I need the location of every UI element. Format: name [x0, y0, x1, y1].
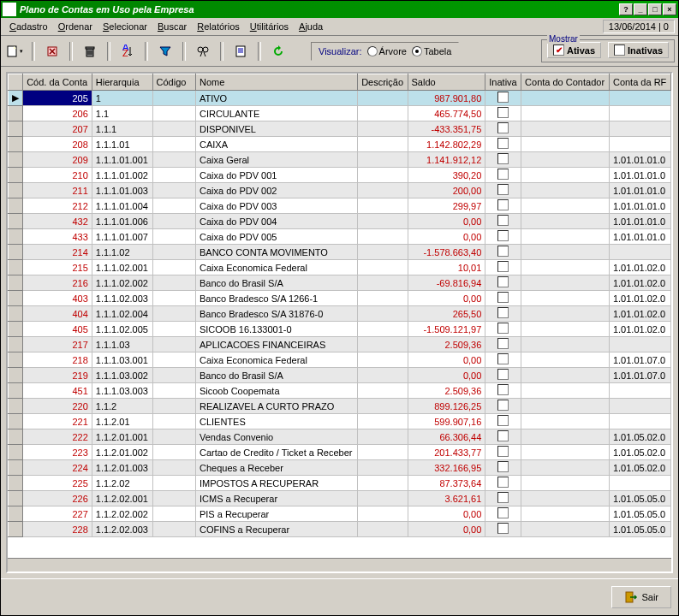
cell-rf[interactable]: 1.01.05.02.0 [609, 460, 670, 476]
row-handle[interactable] [9, 368, 23, 383]
row-handle[interactable] [9, 522, 23, 537]
row-handle[interactable] [9, 229, 23, 245]
delete-button[interactable] [42, 41, 63, 62]
cell-hier[interactable]: 1.1.1.03.003 [92, 383, 152, 399]
cell-saldo[interactable]: 87.373,64 [408, 476, 485, 491]
report-button[interactable] [230, 41, 251, 62]
row-handle[interactable] [9, 275, 23, 291]
help-button[interactable]: ? [619, 3, 633, 15]
cell-desc[interactable] [358, 291, 408, 306]
cell-saldo[interactable]: 0,00 [408, 291, 485, 306]
cell-codigo[interactable] [152, 337, 195, 352]
cell-hier[interactable]: 1.1.1.03.002 [92, 368, 152, 383]
cell-saldo[interactable]: 299,97 [408, 198, 485, 214]
table-row[interactable]: 4041.1.1.02.004Banco Bradesco S/A 31876-… [9, 306, 671, 322]
col-header[interactable]: Saldo [408, 74, 485, 91]
cell-rf[interactable] [609, 476, 670, 491]
row-handle[interactable] [9, 399, 23, 414]
cell-codigo[interactable] [152, 414, 195, 429]
cell-hier[interactable]: 1.1.2.02 [92, 476, 152, 491]
cell-inativa[interactable] [485, 522, 521, 537]
cell-saldo[interactable]: 0,00 [408, 522, 485, 537]
cell-inativa[interactable] [485, 229, 521, 245]
cell-nome[interactable]: CIRCULANTE [195, 106, 357, 121]
cell-rf[interactable]: 1.01.05.05.0 [609, 491, 670, 506]
cell-codigo[interactable] [152, 121, 195, 137]
cell-rf[interactable]: 1.01.01.01.0 [609, 168, 670, 183]
cell-inativa[interactable] [485, 106, 521, 121]
table-row[interactable]: 2231.1.2.01.002Cartao de Credito / Ticke… [9, 445, 671, 460]
cell-nome[interactable]: Cartao de Credito / Ticket a Receber [195, 445, 357, 460]
cell-cod[interactable]: 218 [23, 352, 92, 368]
cell-desc[interactable] [358, 322, 408, 337]
cell-nome[interactable]: Caixa Economica Federal [195, 260, 357, 275]
cell-desc[interactable] [358, 168, 408, 183]
cell-inativa[interactable] [485, 491, 521, 506]
table-row[interactable]: 2141.1.1.02BANCO CONTA MOVIMENTO-1.578.6… [9, 245, 671, 260]
cell-desc[interactable] [358, 152, 408, 168]
cell-contador[interactable] [521, 491, 610, 506]
cell-cod[interactable]: 215 [23, 260, 92, 275]
cell-cod[interactable]: 206 [23, 106, 92, 121]
row-handle[interactable] [9, 352, 23, 368]
cell-cod[interactable]: 228 [23, 522, 92, 537]
table-row[interactable]: 2101.1.1.01.002Caixa do PDV 001390,201.0… [9, 168, 671, 183]
cell-cod[interactable]: 405 [23, 322, 92, 337]
cell-codigo[interactable] [152, 214, 195, 229]
cell-cod[interactable]: 207 [23, 121, 92, 137]
cell-inativa[interactable] [485, 168, 521, 183]
cell-codigo[interactable] [152, 506, 195, 522]
row-handle[interactable] [9, 121, 23, 137]
cell-inativa[interactable] [485, 476, 521, 491]
table-row[interactable]: ▶2051ATIVO987.901,80 [9, 91, 671, 106]
cell-contador[interactable] [521, 168, 610, 183]
cell-codigo[interactable] [152, 91, 195, 106]
cell-contador[interactable] [521, 275, 610, 291]
cell-inativa[interactable] [485, 506, 521, 522]
cell-desc[interactable] [358, 414, 408, 429]
refresh-button[interactable] [268, 41, 289, 62]
cell-nome[interactable]: CAIXA [195, 137, 357, 152]
cell-inativa[interactable] [485, 245, 521, 260]
new-button[interactable]: ▾ [4, 41, 25, 62]
col-header[interactable]: Inativa [485, 74, 521, 91]
cell-cod[interactable]: 223 [23, 445, 92, 460]
cell-rf[interactable]: 1.01.01.02.0 [609, 275, 670, 291]
cell-inativa[interactable] [485, 429, 521, 445]
cell-desc[interactable] [358, 198, 408, 214]
cell-rf[interactable]: 1.01.01.01.0 [609, 214, 670, 229]
cell-codigo[interactable] [152, 291, 195, 306]
cell-contador[interactable] [521, 429, 610, 445]
cell-desc[interactable] [358, 121, 408, 137]
cell-hier[interactable]: 1.1.1.01.007 [92, 229, 152, 245]
horizontal-scrollbar[interactable] [8, 558, 671, 572]
cell-codigo[interactable] [152, 322, 195, 337]
col-header[interactable]: Hierarquia [92, 74, 152, 91]
row-handle[interactable] [9, 106, 23, 121]
cell-saldo[interactable]: 66.306,44 [408, 429, 485, 445]
cell-cod[interactable]: 219 [23, 368, 92, 383]
cell-nome[interactable]: APLICACOES FINANCEIRAS [195, 337, 357, 352]
cell-desc[interactable] [358, 260, 408, 275]
cell-hier[interactable]: 1.1.1.03 [92, 337, 152, 352]
cell-desc[interactable] [358, 476, 408, 491]
cell-codigo[interactable] [152, 245, 195, 260]
col-header[interactable]: Nome [195, 74, 357, 91]
cell-hier[interactable]: 1.1.1.01.006 [92, 214, 152, 229]
table-row[interactable]: 2091.1.1.01.001Caixa Geral1.141.912,121.… [9, 152, 671, 168]
cell-hier[interactable]: 1.1.1.01.003 [92, 183, 152, 198]
cell-cod[interactable]: 220 [23, 399, 92, 414]
cell-rf[interactable] [609, 121, 670, 137]
menu-buscar[interactable]: Buscar [152, 20, 192, 33]
cell-saldo[interactable]: 200,00 [408, 183, 485, 198]
cell-codigo[interactable] [152, 260, 195, 275]
cell-rf[interactable] [609, 106, 670, 121]
cell-hier[interactable]: 1.1.1.03.001 [92, 352, 152, 368]
row-handle[interactable] [9, 214, 23, 229]
cell-desc[interactable] [358, 229, 408, 245]
cell-cod[interactable]: 209 [23, 152, 92, 168]
cell-hier[interactable]: 1.1 [92, 106, 152, 121]
sort-button[interactable]: AZ [117, 41, 138, 62]
col-header[interactable]: Conta da RF [609, 74, 670, 91]
cell-saldo[interactable]: 987.901,80 [408, 91, 485, 106]
